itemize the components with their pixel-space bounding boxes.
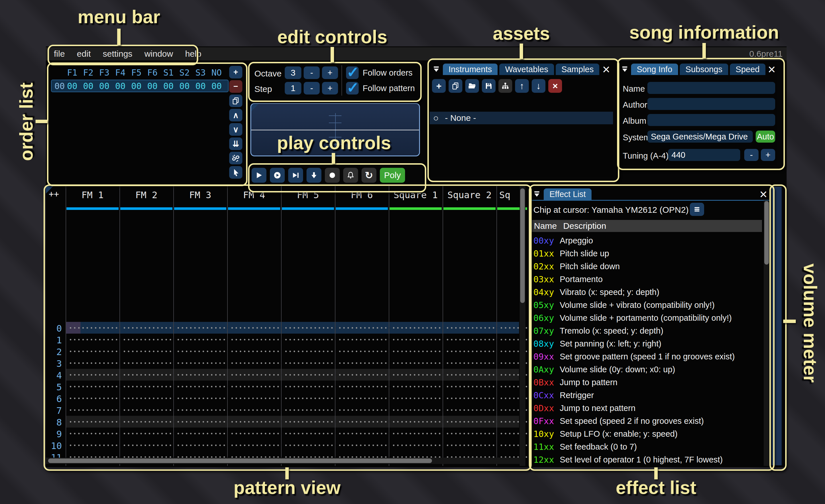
pattern-cell[interactable]	[229, 381, 279, 392]
pattern-cell[interactable]	[336, 439, 387, 451]
effect-row[interactable]: 00xyArpeggio	[530, 234, 770, 247]
pattern-cell[interactable]	[283, 322, 333, 334]
tuning-input[interactable]	[668, 149, 740, 161]
pattern-cell[interactable]	[336, 381, 387, 392]
pattern-cell[interactable]	[121, 357, 171, 369]
channel-header-fm-1[interactable]: FM 1	[66, 189, 120, 200]
move-instrument-up-button[interactable]: ↑	[515, 79, 529, 93]
pattern-cell[interactable]	[336, 334, 387, 345]
pattern-cell[interactable]	[175, 369, 225, 381]
pattern-cell[interactable]	[67, 428, 118, 439]
channel-header-fm-2[interactable]: FM 2	[120, 189, 173, 200]
menu-item-file[interactable]: file	[54, 49, 65, 59]
pattern-cell[interactable]	[390, 369, 441, 381]
save-instrument-button[interactable]	[482, 79, 496, 93]
effect-row[interactable]: 0DxxJump to next pattern	[530, 402, 770, 415]
menu-item-help[interactable]: help	[185, 49, 201, 59]
pattern-vscrollbar[interactable]	[520, 186, 525, 466]
pattern-cell[interactable]	[390, 322, 441, 334]
effect-list-close-icon[interactable]: ×	[758, 188, 769, 200]
pattern-cell[interactable]	[390, 404, 441, 416]
pattern-cell[interactable]	[444, 392, 495, 404]
move-instrument-down-button[interactable]: ↓	[532, 79, 545, 93]
pattern-cell[interactable]	[175, 404, 225, 416]
pattern-cell[interactable]	[336, 369, 387, 381]
add-channel-button[interactable]: ++	[49, 189, 59, 199]
metronome-button[interactable]	[343, 168, 358, 183]
pattern-cell[interactable]	[390, 392, 441, 404]
open-instrument-button[interactable]	[465, 79, 479, 93]
channel-header-square-2[interactable]: Square 2	[443, 189, 497, 200]
pattern-cell[interactable]	[283, 392, 333, 404]
pattern-cell[interactable]	[175, 416, 225, 428]
pattern-cell[interactable]	[121, 416, 171, 428]
effect-row[interactable]: 01xxPitch slide up	[530, 247, 770, 260]
order-cell[interactable]: 00	[128, 81, 144, 91]
pattern-cell[interactable]	[229, 439, 279, 451]
pattern-cell[interactable]	[121, 334, 171, 345]
pattern-cell[interactable]	[390, 381, 441, 392]
pattern-cell[interactable]	[390, 334, 441, 345]
pattern-cell[interactable]	[444, 357, 495, 369]
pattern-cell[interactable]	[67, 334, 118, 345]
menu-item-window[interactable]: window	[144, 49, 173, 59]
step-plus-button[interactable]: +	[322, 82, 338, 94]
move-order-down-button[interactable]: ∨	[229, 123, 242, 136]
channel-header-fm-3[interactable]: FM 3	[173, 189, 227, 200]
effect-row[interactable]: 02xxPitch slide down	[530, 260, 770, 273]
pattern-cell[interactable]	[229, 428, 279, 439]
pattern-cell[interactable]	[175, 357, 225, 369]
pattern-cell[interactable]	[283, 416, 333, 428]
pattern-cell[interactable]	[229, 322, 279, 334]
pattern-cell[interactable]	[283, 404, 333, 416]
move-order-up-button[interactable]: ∧	[229, 109, 242, 121]
pattern-cell[interactable]	[283, 428, 333, 439]
pattern-hscrollbar[interactable]	[46, 457, 520, 464]
tab-instruments[interactable]: Instruments	[443, 64, 498, 75]
effect-list-scrollbar[interactable]	[764, 200, 769, 466]
pattern-cell[interactable]	[444, 381, 495, 392]
duplicate-instrument-button[interactable]	[449, 79, 462, 93]
pattern-vscrollbar-thumb[interactable]	[520, 188, 525, 303]
pattern-cell[interactable]	[67, 369, 118, 381]
channel-header-fm-5[interactable]: FM 5	[281, 189, 335, 200]
effect-row[interactable]: 10xySetup LFO (x: enable; y: speed)	[530, 428, 770, 440]
pattern-cell[interactable]	[229, 334, 279, 345]
pattern-cell[interactable]	[67, 322, 118, 334]
order-cell[interactable]: 00	[96, 81, 112, 91]
add-order-button[interactable]: +	[229, 66, 242, 78]
pattern-cell[interactable]	[121, 381, 171, 392]
pattern-cell[interactable]	[175, 439, 225, 451]
follow-pattern-checkbox[interactable]: ✓	[346, 82, 359, 94]
pattern-cell[interactable]	[444, 369, 495, 381]
pattern-cell[interactable]	[283, 369, 333, 381]
edit-record-button[interactable]	[325, 168, 340, 183]
song-name-input[interactable]	[648, 82, 775, 94]
pattern-cell[interactable]	[229, 345, 279, 357]
octave-value[interactable]: 3	[285, 67, 301, 79]
song-author-input[interactable]	[648, 98, 775, 110]
effect-row[interactable]: 07xyTremolo (x: speed; y: depth)	[530, 324, 770, 337]
pattern-cell[interactable]	[121, 369, 171, 381]
pattern-view-panel[interactable]: ++ FM 1FM 2FM 3FM 4FM 5FM 6Square 1Squar…	[46, 186, 527, 466]
pattern-cell[interactable]	[444, 428, 495, 439]
order-cell[interactable]: 00	[80, 81, 96, 91]
pattern-cell[interactable]	[336, 404, 387, 416]
tab-subsongs[interactable]: Subsongs	[680, 64, 728, 75]
pattern-cell[interactable]	[390, 357, 441, 369]
pattern-cell[interactable]	[336, 416, 387, 428]
pattern-cell[interactable]	[283, 439, 333, 451]
pattern-cell[interactable]	[67, 392, 118, 404]
play-button[interactable]	[251, 168, 267, 183]
duplicate-order-button[interactable]	[229, 94, 242, 107]
follow-orders-label[interactable]: Follow orders	[363, 68, 412, 78]
pattern-cell[interactable]	[229, 416, 279, 428]
pattern-cell[interactable]	[336, 357, 387, 369]
poly-button[interactable]: Poly	[380, 168, 405, 183]
pattern-cell[interactable]	[444, 345, 495, 357]
pattern-cell[interactable]	[121, 345, 171, 357]
pattern-cell[interactable]	[121, 428, 171, 439]
song-info-close-icon[interactable]: ×	[767, 64, 776, 75]
pattern-cell[interactable]	[175, 381, 225, 392]
effect-row[interactable]: 0BxxJump to pattern	[530, 376, 770, 389]
